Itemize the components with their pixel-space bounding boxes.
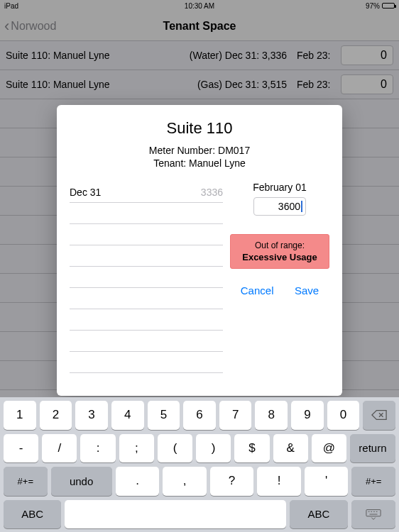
key-at[interactable]: @ — [312, 434, 346, 463]
key-4[interactable]: 4 — [111, 401, 144, 430]
key-colon[interactable]: : — [80, 434, 115, 463]
key-question[interactable]: ? — [210, 467, 254, 496]
key-1[interactable]: 1 — [4, 401, 36, 430]
app-root: iPad 10:30 AM 97% ‹ Norwood Tenant Space… — [0, 0, 399, 532]
new-reading-input[interactable]: 3600 — [253, 197, 306, 216]
key-comma[interactable]: , — [163, 467, 207, 496]
key-0[interactable]: 0 — [327, 401, 360, 430]
key-3[interactable]: 3 — [75, 401, 108, 430]
key-rparen[interactable]: ) — [196, 434, 231, 463]
validation-warning: Out of range: Excessive Usage — [230, 234, 329, 269]
key-symbols-right[interactable]: #+= — [351, 467, 395, 496]
key-7[interactable]: 7 — [219, 401, 252, 430]
key-apostrophe[interactable]: ' — [305, 467, 349, 496]
key-2[interactable]: 2 — [40, 401, 72, 430]
key-semicolon[interactable]: ; — [119, 434, 154, 463]
key-period[interactable]: . — [116, 467, 160, 496]
key-slash[interactable]: / — [42, 434, 77, 463]
key-9[interactable]: 9 — [291, 401, 324, 430]
new-date-label: February 01 — [230, 182, 329, 193]
new-reading-value: 3600 — [278, 201, 300, 212]
svg-rect-0 — [366, 509, 381, 516]
key-return[interactable]: return — [350, 434, 395, 463]
text-caret — [301, 201, 302, 212]
prev-date: Dec 31 — [70, 187, 201, 198]
save-button[interactable]: Save — [295, 284, 319, 297]
key-exclaim[interactable]: ! — [257, 467, 301, 496]
new-reading-column: February 01 3600 Out of range: Excessive… — [230, 182, 329, 373]
key-dollar[interactable]: $ — [234, 434, 269, 463]
reading-dialog: Suite 110 Meter Number: DM017 Tenant: Ma… — [57, 105, 342, 396]
prev-value: 3336 — [201, 187, 223, 198]
key-symbols-left[interactable]: #+= — [4, 467, 48, 496]
keyboard-hide-icon — [366, 509, 381, 520]
dialog-title: Suite 110 — [70, 119, 329, 138]
backspace-icon — [371, 409, 387, 421]
warning-line2: Excessive Usage — [234, 252, 326, 262]
soft-keyboard: 1 2 3 4 5 6 7 8 9 0 - / : ; ( ) $ & @ re… — [0, 397, 399, 532]
previous-readings-column: Dec 31 3336 — [70, 182, 230, 373]
warning-line1: Out of range: — [234, 240, 326, 250]
key-5[interactable]: 5 — [148, 401, 180, 430]
key-amp[interactable]: & — [273, 434, 308, 463]
key-6[interactable]: 6 — [183, 401, 216, 430]
key-8[interactable]: 8 — [255, 401, 288, 430]
key-abc-right[interactable]: ABC — [290, 500, 347, 529]
tenant-name-label: Tenant: Manuel Lyne — [70, 157, 329, 169]
key-dash[interactable]: - — [4, 434, 38, 463]
meter-number-label: Meter Number: DM017 — [70, 145, 329, 156]
cancel-button[interactable]: Cancel — [241, 284, 274, 297]
key-space[interactable] — [65, 500, 286, 529]
key-abc-left[interactable]: ABC — [4, 500, 61, 529]
key-undo[interactable]: undo — [51, 467, 112, 496]
key-hide-keyboard[interactable] — [351, 500, 395, 529]
key-backspace[interactable] — [363, 401, 395, 430]
key-lparen[interactable]: ( — [158, 434, 192, 463]
